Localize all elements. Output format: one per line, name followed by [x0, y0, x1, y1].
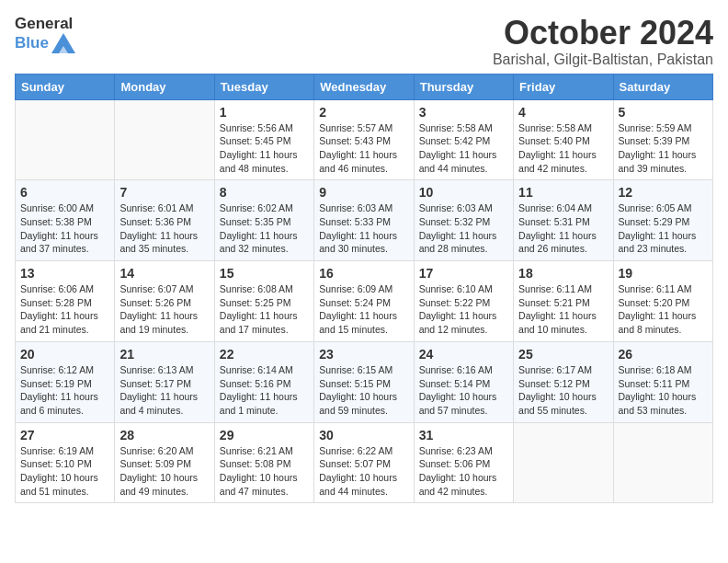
table-row: 13Sunrise: 6:06 AM Sunset: 5:28 PM Dayli… — [16, 261, 115, 342]
header-monday: Monday — [115, 74, 214, 99]
day-info: Sunrise: 6:15 AM Sunset: 5:15 PM Dayligh… — [319, 363, 408, 418]
day-number: 25 — [518, 347, 608, 362]
table-row — [514, 422, 613, 503]
table-row: 11Sunrise: 6:04 AM Sunset: 5:31 PM Dayli… — [514, 180, 613, 261]
day-info: Sunrise: 6:00 AM Sunset: 5:38 PM Dayligh… — [20, 201, 109, 256]
day-number: 14 — [119, 266, 209, 281]
day-number: 20 — [20, 347, 109, 362]
day-number: 1 — [220, 105, 309, 120]
day-number: 23 — [319, 347, 408, 362]
day-number: 13 — [20, 266, 109, 281]
day-info: Sunrise: 6:23 AM Sunset: 5:06 PM Dayligh… — [419, 444, 508, 499]
header-friday: Friday — [514, 74, 613, 99]
day-number: 15 — [220, 266, 309, 281]
header-sunday: Sunday — [16, 74, 115, 99]
day-number: 27 — [20, 428, 109, 442]
calendar-table: Sunday Monday Tuesday Wednesday Thursday… — [15, 74, 713, 504]
day-number: 7 — [119, 185, 209, 200]
day-number: 24 — [419, 347, 508, 362]
table-row: 9Sunrise: 6:03 AM Sunset: 5:33 PM Daylig… — [314, 180, 414, 261]
day-info: Sunrise: 6:09 AM Sunset: 5:24 PM Dayligh… — [319, 282, 408, 337]
table-row: 5Sunrise: 5:59 AM Sunset: 5:39 PM Daylig… — [613, 99, 712, 180]
title-section: October 2024 Barishal, Gilgit-Baltistan,… — [493, 15, 713, 68]
day-number: 11 — [518, 185, 608, 200]
table-row: 28Sunrise: 6:20 AM Sunset: 5:09 PM Dayli… — [115, 422, 214, 503]
day-info: Sunrise: 6:08 AM Sunset: 5:25 PM Dayligh… — [220, 282, 309, 337]
table-row: 29Sunrise: 6:21 AM Sunset: 5:08 PM Dayli… — [214, 422, 313, 503]
calendar-week-row: 6Sunrise: 6:00 AM Sunset: 5:38 PM Daylig… — [16, 180, 713, 261]
day-number: 16 — [319, 266, 408, 281]
month-title: October 2024 — [493, 15, 713, 52]
day-info: Sunrise: 6:16 AM Sunset: 5:14 PM Dayligh… — [419, 363, 508, 418]
day-number: 31 — [419, 428, 508, 442]
table-row: 23Sunrise: 6:15 AM Sunset: 5:15 PM Dayli… — [314, 341, 414, 422]
day-number: 4 — [518, 105, 608, 120]
day-info: Sunrise: 6:01 AM Sunset: 5:36 PM Dayligh… — [119, 201, 209, 256]
day-info: Sunrise: 6:06 AM Sunset: 5:28 PM Dayligh… — [20, 282, 109, 337]
day-info: Sunrise: 6:22 AM Sunset: 5:07 PM Dayligh… — [319, 444, 408, 499]
day-info: Sunrise: 6:02 AM Sunset: 5:35 PM Dayligh… — [220, 201, 309, 256]
day-number: 5 — [619, 105, 708, 120]
day-info: Sunrise: 6:21 AM Sunset: 5:08 PM Dayligh… — [220, 444, 309, 499]
table-row: 2Sunrise: 5:57 AM Sunset: 5:43 PM Daylig… — [314, 99, 414, 180]
table-row: 24Sunrise: 6:16 AM Sunset: 5:14 PM Dayli… — [414, 341, 513, 422]
day-info: Sunrise: 6:13 AM Sunset: 5:17 PM Dayligh… — [119, 363, 209, 418]
table-row: 8Sunrise: 6:02 AM Sunset: 5:35 PM Daylig… — [214, 180, 313, 261]
day-number: 12 — [619, 185, 708, 200]
table-row: 14Sunrise: 6:07 AM Sunset: 5:26 PM Dayli… — [115, 261, 214, 342]
table-row: 20Sunrise: 6:12 AM Sunset: 5:19 PM Dayli… — [16, 341, 115, 422]
day-info: Sunrise: 6:05 AM Sunset: 5:29 PM Dayligh… — [619, 201, 708, 256]
logo-icon — [51, 33, 75, 53]
day-number: 18 — [518, 266, 608, 281]
day-number: 21 — [119, 347, 209, 362]
day-number: 29 — [220, 428, 309, 442]
logo: General Blue — [15, 15, 75, 53]
day-info: Sunrise: 5:59 AM Sunset: 5:39 PM Dayligh… — [619, 121, 708, 176]
table-row — [16, 99, 115, 180]
day-info: Sunrise: 6:19 AM Sunset: 5:10 PM Dayligh… — [20, 444, 109, 499]
calendar-week-row: 1Sunrise: 5:56 AM Sunset: 5:45 PM Daylig… — [16, 99, 713, 180]
calendar-week-row: 20Sunrise: 6:12 AM Sunset: 5:19 PM Dayli… — [16, 341, 713, 422]
table-row: 4Sunrise: 5:58 AM Sunset: 5:40 PM Daylig… — [514, 99, 613, 180]
day-number: 28 — [119, 428, 209, 442]
page-container: General Blue October 2024 Barishal, Gilg… — [0, 0, 728, 512]
day-number: 3 — [419, 105, 508, 120]
day-number: 6 — [20, 185, 109, 200]
table-row: 15Sunrise: 6:08 AM Sunset: 5:25 PM Dayli… — [214, 261, 313, 342]
table-row: 3Sunrise: 5:58 AM Sunset: 5:42 PM Daylig… — [414, 99, 513, 180]
day-number: 26 — [619, 347, 708, 362]
table-row: 18Sunrise: 6:11 AM Sunset: 5:21 PM Dayli… — [514, 261, 613, 342]
logo-blue: Blue — [15, 34, 49, 52]
table-row: 30Sunrise: 6:22 AM Sunset: 5:07 PM Dayli… — [314, 422, 414, 503]
day-number: 19 — [619, 266, 708, 281]
header-thursday: Thursday — [414, 74, 513, 99]
day-info: Sunrise: 6:17 AM Sunset: 5:12 PM Dayligh… — [518, 363, 608, 418]
calendar-header-row: Sunday Monday Tuesday Wednesday Thursday… — [16, 74, 713, 99]
table-row — [115, 99, 214, 180]
table-row: 22Sunrise: 6:14 AM Sunset: 5:16 PM Dayli… — [214, 341, 313, 422]
table-row: 27Sunrise: 6:19 AM Sunset: 5:10 PM Dayli… — [16, 422, 115, 503]
day-info: Sunrise: 6:18 AM Sunset: 5:11 PM Dayligh… — [619, 363, 708, 418]
header-wednesday: Wednesday — [314, 74, 414, 99]
logo-general: General — [15, 15, 73, 33]
table-row: 7Sunrise: 6:01 AM Sunset: 5:36 PM Daylig… — [115, 180, 214, 261]
day-number: 17 — [419, 266, 508, 281]
day-info: Sunrise: 6:10 AM Sunset: 5:22 PM Dayligh… — [419, 282, 508, 337]
subtitle: Barishal, Gilgit-Baltistan, Pakistan — [493, 52, 713, 68]
table-row: 19Sunrise: 6:11 AM Sunset: 5:20 PM Dayli… — [613, 261, 712, 342]
day-info: Sunrise: 5:58 AM Sunset: 5:42 PM Dayligh… — [419, 121, 508, 176]
day-info: Sunrise: 6:14 AM Sunset: 5:16 PM Dayligh… — [220, 363, 309, 418]
table-row: 17Sunrise: 6:10 AM Sunset: 5:22 PM Dayli… — [414, 261, 513, 342]
table-row: 26Sunrise: 6:18 AM Sunset: 5:11 PM Dayli… — [613, 341, 712, 422]
table-row: 1Sunrise: 5:56 AM Sunset: 5:45 PM Daylig… — [214, 99, 313, 180]
day-info: Sunrise: 6:07 AM Sunset: 5:26 PM Dayligh… — [119, 282, 209, 337]
header-tuesday: Tuesday — [214, 74, 313, 99]
day-info: Sunrise: 5:58 AM Sunset: 5:40 PM Dayligh… — [518, 121, 608, 176]
calendar-week-row: 27Sunrise: 6:19 AM Sunset: 5:10 PM Dayli… — [16, 422, 713, 503]
day-info: Sunrise: 6:11 AM Sunset: 5:21 PM Dayligh… — [518, 282, 608, 337]
calendar-week-row: 13Sunrise: 6:06 AM Sunset: 5:28 PM Dayli… — [16, 261, 713, 342]
day-number: 22 — [220, 347, 309, 362]
day-info: Sunrise: 6:20 AM Sunset: 5:09 PM Dayligh… — [119, 444, 209, 499]
day-number: 8 — [220, 185, 309, 200]
day-info: Sunrise: 6:03 AM Sunset: 5:33 PM Dayligh… — [319, 201, 408, 256]
